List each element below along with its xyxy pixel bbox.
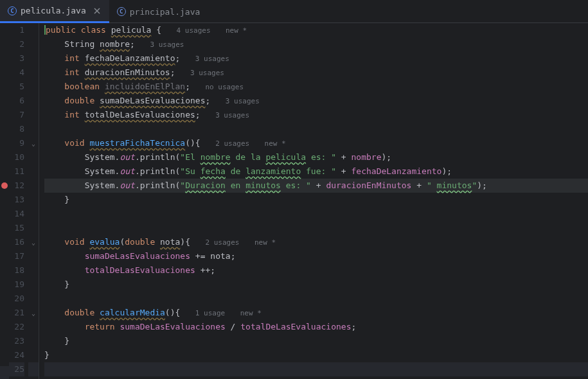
tab-label: pelicula.java	[21, 6, 86, 15]
code-line[interactable]: System.out.println("Su fecha de lanzamie…	[44, 164, 588, 179]
gutter: 1 2 3 4 5 6 7 8 9 10 11 12 13 14 15 16 1…	[0, 23, 39, 379]
code-line[interactable]: }	[44, 193, 588, 207]
code-line[interactable]: void evalua(double nota){ 2 usages new *	[44, 235, 588, 249]
line-number: 10	[9, 150, 24, 164]
line-number: 7	[9, 108, 24, 122]
code-line[interactable]: totalDeLasEvaluaciones ++;	[44, 263, 588, 278]
usages-hint[interactable]: 3 usages	[195, 55, 229, 63]
code-line[interactable]: sumaDeLasEvaluaciones += nota;	[44, 249, 588, 263]
line-number: 3	[9, 51, 24, 66]
line-number: 5	[9, 80, 24, 94]
line-number: 9	[9, 136, 24, 150]
chevron-down-icon[interactable]: ⌄	[31, 310, 35, 317]
java-class-icon: C	[8, 6, 17, 15]
line-number: 2	[9, 37, 24, 51]
line-number: 6	[9, 94, 24, 108]
line-number: 13	[9, 193, 24, 207]
line-number: 8	[9, 122, 24, 136]
tab-bar: C pelicula.java C principal.java	[0, 0, 588, 23]
chevron-down-icon[interactable]: ⌄	[31, 140, 35, 147]
author-hint[interactable]: new *	[254, 238, 276, 247]
code-line[interactable]	[44, 221, 588, 235]
code-line[interactable]	[44, 292, 588, 306]
code-line[interactable]: }	[44, 278, 588, 292]
code-line[interactable]: void muestraFichaTecnica(){ 2 usages new…	[44, 136, 588, 150]
usages-hint[interactable]: 4 usages	[177, 26, 211, 35]
author-hint[interactable]: new *	[226, 26, 247, 35]
line-number: 4	[9, 66, 24, 80]
line-number: 18	[9, 263, 24, 278]
usages-hint[interactable]: 2 usages	[206, 238, 240, 247]
code-line[interactable]: System.out.println("El nombre de la peli…	[44, 150, 588, 164]
usages-hint[interactable]: no usages	[205, 83, 244, 91]
code-line[interactable]: int totalDeLasEvaluaciones; 3 usages	[44, 108, 588, 122]
line-number: 15	[9, 221, 24, 235]
line-number: 1	[9, 23, 24, 37]
editor: 1 2 3 4 5 6 7 8 9 10 11 12 13 14 15 16 1…	[0, 23, 588, 379]
line-number: 24	[9, 348, 24, 362]
tab-pelicula[interactable]: C pelicula.java	[0, 0, 109, 23]
line-number: 17	[9, 249, 24, 263]
line-number: 12	[9, 179, 24, 193]
code-line[interactable]: String nombre; 3 usages	[44, 37, 588, 51]
line-number: 19	[9, 278, 24, 292]
line-number: 22	[9, 320, 24, 334]
line-number: 21	[9, 306, 24, 320]
line-number: 20	[9, 292, 24, 306]
code-line[interactable]	[44, 207, 588, 221]
code-line[interactable]: int fechaDeLanzamiento; 3 usages	[44, 51, 588, 66]
tab-principal[interactable]: C principal.java	[109, 0, 208, 23]
code-line[interactable]: double sumaDeLasEvaluaciones; 3 usages	[44, 94, 588, 108]
code-line[interactable]: System.out.println("Duracion en minutos …	[44, 179, 588, 193]
usages-hint[interactable]: 3 usages	[215, 111, 249, 119]
close-icon[interactable]	[93, 6, 102, 15]
code-area[interactable]: public class pelicula { 4 usages new * S…	[39, 23, 588, 379]
line-number: 25	[9, 362, 24, 376]
code-line[interactable]: }	[44, 348, 588, 362]
usages-hint[interactable]: 1 usage	[195, 309, 225, 317]
code-line[interactable]: }	[44, 334, 588, 348]
code-line[interactable]: int duracionEnMinutos; 3 usages	[44, 66, 588, 80]
usages-hint[interactable]: 3 usages	[190, 69, 224, 77]
code-line[interactable]	[44, 122, 588, 136]
code-line[interactable]: double calcularMedia(){ 1 usage new *	[44, 306, 588, 320]
tab-label: principal.java	[130, 7, 200, 17]
fold-column: ⌄ ⌄ ⌄	[28, 23, 39, 379]
breakpoint-icon[interactable]	[1, 182, 8, 189]
usages-hint[interactable]: 2 usages	[215, 139, 249, 148]
line-number: 14	[9, 207, 24, 221]
breakpoint-column[interactable]	[0, 23, 9, 379]
code-line[interactable]: return sumaDeLasEvaluaciones / totalDeLa…	[44, 320, 588, 334]
code-line[interactable]: public class pelicula { 4 usages new *	[44, 23, 588, 37]
code-line[interactable]	[44, 362, 588, 376]
author-hint[interactable]: new *	[265, 139, 286, 148]
java-class-icon: C	[117, 7, 126, 16]
line-number: 11	[9, 164, 24, 179]
line-numbers: 1 2 3 4 5 6 7 8 9 10 11 12 13 14 15 16 1…	[9, 23, 28, 379]
line-number: 23	[9, 334, 24, 348]
usages-hint[interactable]: 3 usages	[226, 97, 260, 105]
usages-hint[interactable]: 3 usages	[150, 40, 184, 49]
author-hint[interactable]: new *	[240, 309, 262, 317]
line-number: 16	[9, 235, 24, 249]
code-line[interactable]: boolean incluidoEnElPlan; no usages	[44, 80, 588, 94]
chevron-down-icon[interactable]: ⌄	[31, 239, 35, 246]
